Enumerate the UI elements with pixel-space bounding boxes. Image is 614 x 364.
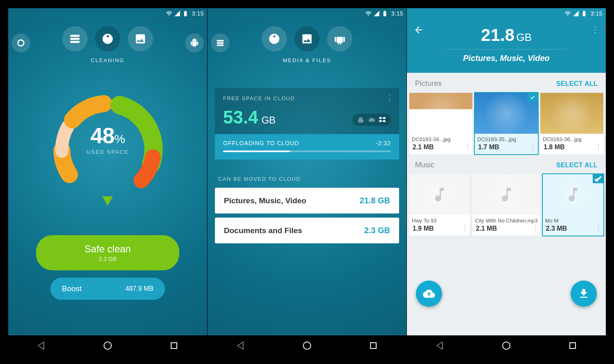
movable-card-documents[interactable]: Documents and Files 2.3 GB [215, 218, 399, 243]
category-tabs [8, 19, 207, 55]
svg-marker-10 [102, 196, 113, 205]
item-more-button[interactable]: ⋮ [530, 143, 536, 151]
nav-category-storage[interactable] [211, 34, 230, 52]
file-name: City With No Children.mp3 [472, 215, 540, 224]
music-note-icon [431, 186, 449, 204]
picture-icon [134, 33, 147, 45]
svg-point-1 [20, 39, 22, 41]
item-more-button[interactable]: ⋮ [462, 225, 468, 232]
svg-rect-15 [217, 45, 224, 46]
movable-card-value: 2.3 GB [364, 226, 390, 235]
music-thumbnail [472, 174, 540, 215]
music-item[interactable]: Mo M 2.3 MB⋮ [543, 174, 603, 236]
nav-category-apps[interactable] [185, 34, 204, 52]
signal-icon [373, 10, 380, 17]
nav-recent-icon[interactable] [169, 341, 179, 351]
nav-category-cleaning[interactable] [95, 26, 120, 52]
pictures-heading: Pictures [415, 79, 442, 88]
music-thumbnail [409, 174, 470, 215]
movable-card-label: Pictures, Music, Video [224, 196, 306, 205]
music-item[interactable]: Hwy To 93 1.9 MB⋮ [409, 174, 470, 236]
nav-home-icon[interactable] [302, 341, 312, 351]
nav-recent-icon[interactable] [368, 341, 378, 351]
arrow-left-icon [413, 25, 424, 35]
status-time: 3:15 [192, 10, 204, 17]
nav-back-icon[interactable] [36, 341, 46, 351]
picture-thumbnail [409, 93, 472, 134]
music-heading: Music [415, 161, 434, 169]
music-select-all-button[interactable]: SELECT ALL [556, 162, 598, 169]
used-label: USED SPACE [8, 149, 207, 155]
boost-amount: 487.9 MB [126, 285, 154, 292]
offload-progress: OFFLOADING TO CLOUD -2:32 [215, 134, 399, 160]
safe-clean-button[interactable]: Safe clean 2.2 GB [36, 235, 179, 270]
svg-rect-2 [70, 35, 80, 37]
music-note-icon [564, 186, 582, 204]
picture-thumbnail [475, 93, 538, 134]
picture-item[interactable]: DC0183-36...jpg 1.8 MB⋮ [540, 93, 603, 154]
swirl-icon [102, 33, 114, 45]
picture-item[interactable]: DC0183-34...jpg 2.1 MB⋮ [409, 93, 472, 154]
nav-home-icon[interactable] [501, 341, 511, 351]
offload-time: -2:32 [376, 140, 391, 146]
status-bar: 3:15 [8, 8, 207, 19]
svg-point-11 [104, 342, 111, 349]
overflow-menu-button[interactable]: ⋮ [591, 25, 599, 34]
used-percent: 48% [8, 123, 207, 148]
picture-icon [301, 33, 313, 45]
svg-rect-19 [570, 343, 576, 348]
nav-back-icon[interactable] [435, 341, 445, 351]
cloud-provider-icons[interactable] [352, 114, 391, 126]
nav-category-cleaning[interactable] [262, 26, 287, 52]
movable-card-label: Documents and Files [224, 226, 302, 235]
file-name: Hwy To 93 [409, 215, 470, 224]
file-name: DC0183-34...jpg [409, 134, 472, 142]
storage-gauge: 48% USED SPACE [8, 84, 207, 215]
detail-size: 21.8 [481, 25, 515, 45]
movable-card-pictures[interactable]: Pictures, Music, Video 21.8 GB [215, 188, 399, 213]
pictures-select-all-button[interactable]: SELECT ALL [556, 80, 598, 88]
music-item[interactable]: City With No Children.mp3 2.1 MB⋮ [472, 174, 540, 236]
nav-category-apps[interactable] [327, 26, 352, 52]
status-bar: 3:15 [407, 8, 606, 19]
svg-rect-17 [370, 343, 376, 348]
movable-label: CAN BE MOVED TO CLOUD [218, 176, 396, 182]
nav-recent-icon[interactable] [568, 341, 578, 351]
file-size: 1.8 MB [544, 144, 565, 151]
gdrive-icon [357, 116, 365, 124]
nav-home-icon[interactable] [103, 341, 113, 351]
nav-back-icon[interactable] [236, 341, 246, 351]
signal-icon [174, 10, 181, 17]
svg-point-0 [18, 40, 24, 46]
file-name: DC0183-35...jpg [475, 134, 538, 142]
android-nav-bar [208, 335, 406, 356]
check-icon [593, 174, 603, 183]
item-more-button[interactable]: ⋮ [595, 225, 602, 232]
back-button[interactable] [413, 25, 424, 37]
check-icon [527, 93, 538, 102]
boost-button[interactable]: Boost 487.9 MB [50, 278, 165, 300]
nav-category-left[interactable] [11, 34, 30, 52]
svg-rect-12 [171, 343, 177, 348]
file-size: 1.9 MB [413, 225, 434, 232]
nav-category-storage[interactable] [62, 26, 88, 52]
android-nav-bar [407, 335, 606, 356]
cloud-card-more-button[interactable]: ⋮ [386, 94, 393, 103]
wifi-icon [166, 10, 172, 17]
battery-icon [182, 10, 189, 17]
android-icon [334, 33, 346, 45]
delete-fab[interactable] [571, 281, 597, 307]
item-more-button[interactable]: ⋮ [464, 143, 471, 151]
status-bar: 3:15 [208, 8, 406, 19]
upload-to-cloud-fab[interactable] [416, 281, 442, 307]
item-more-button[interactable]: ⋮ [532, 225, 539, 232]
svg-rect-3 [70, 38, 80, 40]
nav-category-media[interactable] [294, 26, 320, 52]
onedrive-icon [368, 116, 375, 124]
nav-category-media[interactable] [128, 26, 153, 52]
cloud-upload-icon [423, 288, 435, 300]
picture-item[interactable]: DC0183-35...jpg 1.7 MB⋮ [475, 93, 538, 154]
dropbox-icon [379, 116, 386, 124]
wifi-icon [564, 10, 571, 17]
item-more-button[interactable]: ⋮ [595, 143, 602, 151]
